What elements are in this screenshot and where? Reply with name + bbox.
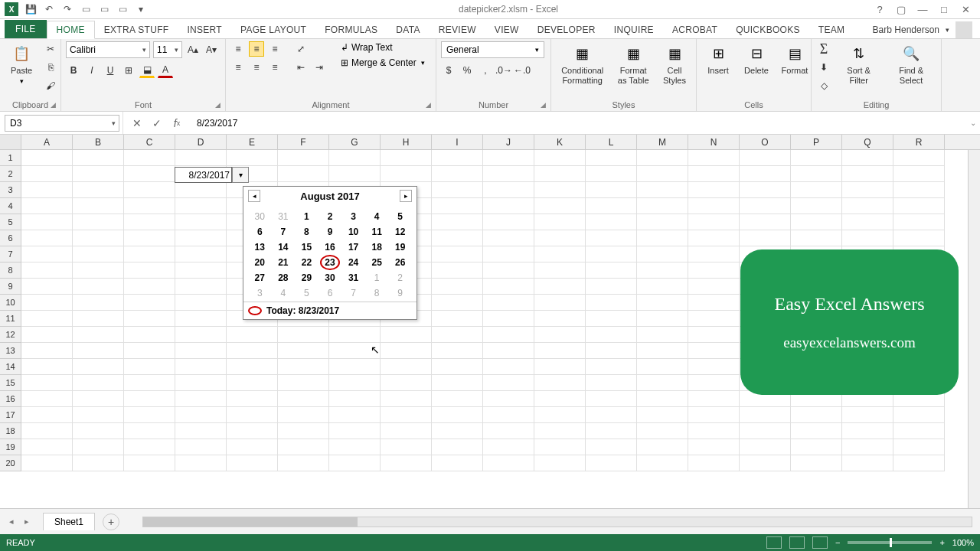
cell[interactable] bbox=[534, 279, 586, 295]
font-size-select[interactable]: 11▾ bbox=[153, 41, 182, 58]
cell[interactable] bbox=[175, 198, 227, 214]
cell[interactable] bbox=[329, 359, 381, 375]
cell[interactable] bbox=[688, 198, 740, 214]
cell[interactable] bbox=[791, 230, 842, 246]
sheet-nav-prev-icon[interactable]: ◂ bbox=[5, 515, 18, 529]
calendar-day[interactable]: 20 bbox=[248, 256, 272, 269]
row-header-1[interactable]: 1 bbox=[0, 150, 21, 166]
row-header-13[interactable]: 13 bbox=[0, 343, 21, 359]
cell[interactable] bbox=[842, 214, 893, 230]
cell[interactable] bbox=[432, 343, 483, 359]
cell[interactable] bbox=[124, 150, 175, 166]
row-header-20[interactable]: 20 bbox=[0, 455, 21, 471]
cell[interactable] bbox=[329, 423, 381, 439]
column-header-K[interactable]: K bbox=[534, 135, 586, 149]
cell[interactable] bbox=[586, 327, 637, 343]
cell[interactable] bbox=[586, 279, 637, 295]
cell[interactable] bbox=[432, 279, 483, 295]
name-box[interactable]: D3▾ bbox=[5, 115, 119, 132]
tab-page-layout[interactable]: PAGE LAYOUT bbox=[231, 21, 315, 38]
calendar-title[interactable]: August 2017 bbox=[300, 191, 359, 202]
cell[interactable] bbox=[73, 182, 124, 198]
calendar-day[interactable]: 10 bbox=[341, 225, 365, 239]
indent-increase-icon[interactable]: ⇥ bbox=[312, 60, 327, 75]
cell[interactable] bbox=[893, 423, 945, 439]
cell[interactable] bbox=[688, 391, 740, 407]
minimize-icon[interactable]: — bbox=[914, 2, 931, 16]
tab-acrobat[interactable]: ACROBAT bbox=[663, 21, 727, 38]
row-header-6[interactable]: 6 bbox=[0, 230, 21, 246]
cell[interactable] bbox=[432, 407, 483, 423]
cell[interactable] bbox=[534, 439, 586, 455]
cell[interactable] bbox=[175, 359, 227, 375]
fill-color-icon[interactable]: ⬓ bbox=[139, 63, 155, 78]
percent-format-icon[interactable]: % bbox=[459, 63, 475, 78]
row-header-7[interactable]: 7 bbox=[0, 246, 21, 262]
cell[interactable] bbox=[637, 311, 688, 327]
cell[interactable] bbox=[175, 327, 227, 343]
align-right-icon[interactable]: ≡ bbox=[267, 60, 283, 75]
formula-input[interactable] bbox=[191, 115, 966, 132]
cell[interactable] bbox=[124, 166, 175, 182]
column-header-L[interactable]: L bbox=[586, 135, 637, 149]
calendar-day[interactable]: 24 bbox=[341, 256, 365, 269]
cell[interactable] bbox=[586, 246, 637, 262]
cell[interactable] bbox=[73, 166, 124, 182]
cell[interactable] bbox=[534, 246, 586, 262]
cell[interactable] bbox=[73, 359, 124, 375]
cell[interactable] bbox=[534, 295, 586, 311]
cell[interactable] bbox=[21, 439, 73, 455]
cell[interactable] bbox=[842, 182, 893, 198]
cell[interactable] bbox=[432, 230, 483, 246]
calendar-day[interactable]: 12 bbox=[388, 225, 412, 239]
cell[interactable] bbox=[227, 375, 278, 391]
cell[interactable] bbox=[227, 359, 278, 375]
cell[interactable] bbox=[73, 327, 124, 343]
calendar-day[interactable]: 13 bbox=[248, 240, 272, 254]
cell[interactable] bbox=[740, 182, 791, 198]
cell[interactable] bbox=[740, 407, 791, 423]
row-header-16[interactable]: 16 bbox=[0, 391, 21, 407]
calendar-day[interactable]: 5 bbox=[388, 210, 412, 223]
cell[interactable] bbox=[175, 311, 227, 327]
tab-view[interactable]: VIEW bbox=[485, 21, 528, 38]
cell[interactable] bbox=[278, 439, 329, 455]
cell[interactable] bbox=[73, 343, 124, 359]
cell[interactable] bbox=[124, 327, 175, 343]
clear-icon[interactable]: ◇ bbox=[816, 78, 831, 93]
column-header-R[interactable]: R bbox=[893, 135, 945, 149]
cell[interactable] bbox=[73, 311, 124, 327]
calendar-day[interactable]: 14 bbox=[272, 240, 296, 254]
cell[interactable] bbox=[637, 407, 688, 423]
cell[interactable] bbox=[124, 391, 175, 407]
row-header-15[interactable]: 15 bbox=[0, 375, 21, 391]
calendar-day[interactable]: 8 bbox=[365, 286, 389, 300]
cell[interactable] bbox=[893, 166, 945, 182]
cell[interactable] bbox=[381, 327, 432, 343]
cell[interactable] bbox=[21, 327, 73, 343]
align-bottom-icon[interactable]: ≡ bbox=[267, 41, 283, 57]
column-header-B[interactable]: B bbox=[73, 135, 124, 149]
zoom-slider[interactable] bbox=[848, 541, 932, 544]
enter-icon[interactable]: ✓ bbox=[149, 116, 165, 131]
conditional-formatting-button[interactable]: ▦Conditional Formatting bbox=[556, 41, 609, 86]
cell[interactable] bbox=[175, 391, 227, 407]
cell[interactable] bbox=[278, 407, 329, 423]
sort-filter-button[interactable]: ⇅Sort & Filter bbox=[836, 41, 881, 86]
cell[interactable] bbox=[688, 246, 740, 262]
cell[interactable] bbox=[791, 150, 842, 166]
cell[interactable] bbox=[432, 262, 483, 279]
cell[interactable] bbox=[586, 423, 637, 439]
cell[interactable] bbox=[124, 198, 175, 214]
cell[interactable] bbox=[329, 343, 381, 359]
cancel-icon[interactable]: ✕ bbox=[129, 116, 145, 131]
cell[interactable] bbox=[175, 407, 227, 423]
cell[interactable] bbox=[586, 311, 637, 327]
zoom-in-icon[interactable]: + bbox=[939, 538, 944, 547]
help-icon[interactable]: ? bbox=[871, 2, 888, 16]
cell[interactable] bbox=[432, 327, 483, 343]
calendar-day[interactable]: 9 bbox=[388, 286, 412, 300]
cell[interactable] bbox=[534, 311, 586, 327]
cell[interactable] bbox=[637, 439, 688, 455]
tab-team[interactable]: TEAM bbox=[809, 21, 854, 38]
